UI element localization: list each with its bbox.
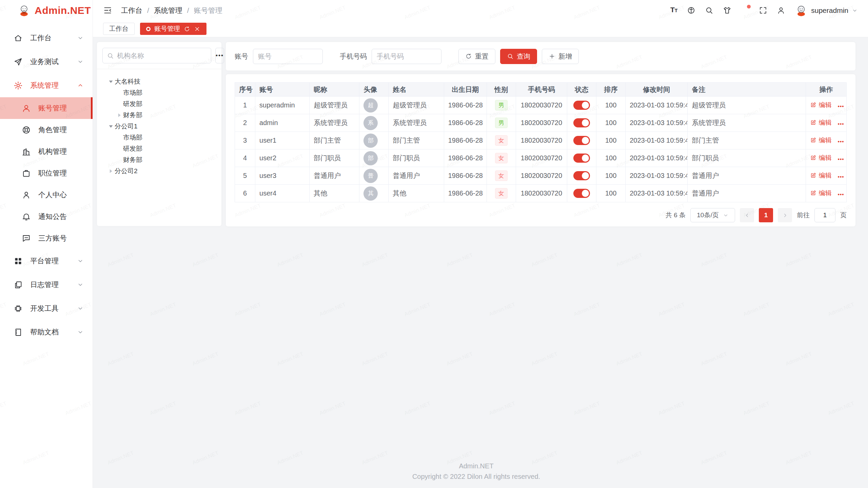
phone-input[interactable] — [372, 49, 441, 64]
tree-node-市场部[interactable]: 市场部 — [102, 132, 216, 143]
total-count: 共 6 条 — [666, 211, 686, 220]
sidebar-item-角色管理[interactable]: 角色管理 — [0, 119, 93, 141]
sidebar-item-账号管理[interactable]: 账号管理 — [0, 97, 93, 119]
tree-expand-icon[interactable] — [116, 134, 123, 141]
sidebar-item-工作台[interactable]: 工作台 — [0, 26, 93, 50]
tree-expand-icon[interactable] — [116, 156, 123, 164]
tab-账号管理[interactable]: 账号管理 — [140, 23, 206, 35]
cell-birthdate: 1986-06-28 — [444, 185, 487, 202]
tree-node-财务部[interactable]: 财务部 — [102, 109, 216, 121]
more-actions-button[interactable]: ••• — [838, 121, 844, 127]
tree-node-分公司1[interactable]: 分公司1 — [102, 121, 216, 132]
cell-phone: 18020030720 — [516, 185, 567, 202]
tree-expand-icon[interactable] — [116, 89, 123, 97]
status-toggle[interactable] — [573, 118, 590, 127]
breadcrumb-item[interactable]: 工作台 — [121, 6, 142, 15]
column-header-性别: 性别 — [487, 83, 516, 97]
current-page[interactable]: 1 — [759, 208, 773, 222]
tree-node-研发部[interactable]: 研发部 — [102, 98, 216, 109]
cell-nickname: 超级管理员 — [310, 97, 359, 114]
more-actions-button[interactable]: ••• — [838, 191, 844, 197]
sidebar-item-个人中心[interactable]: 个人中心 — [0, 184, 93, 206]
menu-fold-icon[interactable] — [103, 6, 112, 15]
cell-modified-time: 2023-01-03 10:59:44 — [626, 97, 688, 114]
tree-node-大名科技[interactable]: 大名科技 — [102, 76, 216, 87]
sidebar-item-日志管理[interactable]: 日志管理 — [0, 273, 93, 297]
tree-expand-icon[interactable] — [116, 145, 123, 152]
sidebar-item-系统管理[interactable]: 系统管理 — [0, 74, 93, 97]
tree-node-研发部[interactable]: 研发部 — [102, 143, 216, 154]
edit-button[interactable]: 编辑 — [810, 118, 832, 127]
gear-icon — [14, 81, 23, 90]
app-logo[interactable]: Admin.NET — [0, 0, 93, 21]
edit-button[interactable]: 编辑 — [810, 154, 832, 162]
theme-skin-icon[interactable] — [723, 6, 731, 15]
edit-button[interactable]: 编辑 — [810, 189, 832, 198]
sidebar-item-帮助文档[interactable]: 帮助文档 — [0, 320, 93, 344]
status-toggle[interactable] — [573, 136, 590, 145]
account-input[interactable] — [253, 49, 323, 64]
tree-expand-icon[interactable] — [107, 167, 115, 175]
search-icon[interactable] — [705, 6, 713, 15]
profile-person-icon[interactable] — [777, 6, 785, 15]
status-toggle[interactable] — [573, 154, 590, 163]
table-row: 1 superadmin 超级管理员 超 超级管理员 1986-06-28 男 … — [235, 97, 847, 114]
more-actions-button[interactable]: ••• — [838, 156, 844, 162]
prev-page-button[interactable] — [740, 208, 754, 222]
sidebar-item-通知公告[interactable]: 通知公告 — [0, 206, 93, 227]
position-icon — [22, 169, 31, 178]
add-button[interactable]: 新增 — [542, 49, 579, 64]
status-toggle[interactable] — [573, 101, 590, 110]
fullscreen-icon[interactable] — [759, 6, 767, 15]
table-row: 3 user1 部门主管 部 部门主管 1986-06-28 女 1802003… — [235, 132, 847, 149]
reset-button[interactable]: 重置 — [458, 49, 495, 64]
sidebar-item-开发工具[interactable]: 开发工具 — [0, 297, 93, 320]
status-toggle[interactable] — [573, 171, 590, 180]
refresh-icon[interactable] — [184, 26, 190, 32]
breadcrumb-item[interactable]: 系统管理 — [154, 6, 182, 15]
sidebar-item-平台管理[interactable]: 平台管理 — [0, 249, 93, 273]
tree-node-市场部[interactable]: 市场部 — [102, 87, 216, 98]
status-toggle[interactable] — [573, 189, 590, 198]
edit-button[interactable]: 编辑 — [810, 101, 832, 109]
tree-expand-icon[interactable] — [107, 78, 115, 85]
gender-badge: 女 — [495, 188, 508, 199]
cell-phone: 18020030720 — [516, 114, 567, 132]
page-size-select[interactable]: 10条/页 — [690, 208, 735, 222]
query-button[interactable]: 查询 — [500, 49, 537, 64]
edit-button[interactable]: 编辑 — [810, 136, 832, 145]
more-actions-button[interactable]: ••• — [838, 103, 844, 109]
more-actions-button[interactable]: ••• — [838, 139, 844, 144]
cell-status — [567, 185, 596, 202]
tree-more-button[interactable]: ••• — [215, 48, 224, 63]
sidebar-item-业务测试[interactable]: 业务测试 — [0, 50, 93, 74]
tree-expand-icon[interactable] — [107, 123, 115, 130]
org-search-input[interactable] — [117, 52, 207, 60]
next-page-button[interactable] — [778, 208, 792, 222]
cell-remark: 系统管理员 — [688, 114, 806, 132]
cell-avatar: 普 — [359, 167, 389, 185]
sidebar-item-职位管理[interactable]: 职位管理 — [0, 162, 93, 184]
tree-node-财务部[interactable]: 财务部 — [102, 154, 216, 165]
tab-bar: 工作台 账号管理 — [93, 21, 868, 37]
cell-remark: 普通用户 — [688, 185, 806, 202]
cell-name: 普通用户 — [389, 167, 444, 185]
tree-expand-icon[interactable] — [116, 100, 123, 108]
user-menu[interactable]: superadmin — [795, 4, 858, 17]
edit-button[interactable]: 编辑 — [810, 171, 832, 180]
notification-bell-icon[interactable] — [741, 6, 749, 15]
tree-expand-icon[interactable] — [116, 111, 123, 119]
sidebar-item-三方账号[interactable]: 三方账号 — [0, 227, 93, 249]
cell-sort: 100 — [596, 149, 626, 167]
language-icon[interactable] — [687, 6, 695, 15]
tab-工作台[interactable]: 工作台 — [103, 23, 135, 35]
sidebar-item-机构管理[interactable]: 机构管理 — [0, 141, 93, 162]
more-actions-button[interactable]: ••• — [838, 174, 844, 180]
close-icon[interactable] — [194, 26, 200, 32]
tree-node-分公司2[interactable]: 分公司2 — [102, 165, 216, 177]
goto-page-input[interactable] — [814, 208, 835, 222]
logo-mascot-icon — [18, 4, 31, 17]
font-size-icon[interactable]: TT — [670, 6, 677, 15]
cell-sort: 100 — [596, 97, 626, 114]
cell-index: 3 — [235, 132, 255, 149]
